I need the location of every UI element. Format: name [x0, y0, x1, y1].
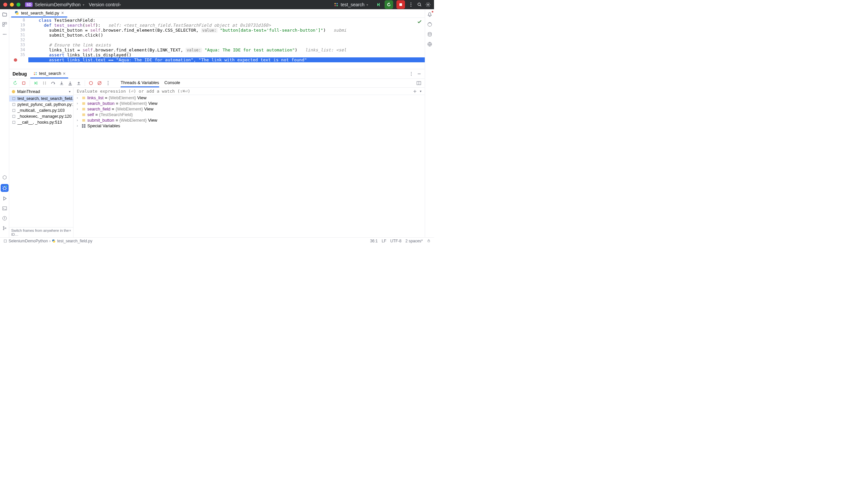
structure-tool-icon[interactable] — [1, 21, 8, 28]
run-configuration-selector[interactable]: test_search ▾ — [334, 2, 373, 7]
gear-icon[interactable] — [426, 2, 431, 7]
variable-row[interactable]: ›Special Variables — [73, 123, 425, 128]
svg-rect-54 — [82, 119, 85, 120]
close-icon[interactable]: × — [69, 229, 71, 236]
python-file-icon — [14, 10, 19, 15]
svg-point-17 — [6, 185, 7, 187]
code-editor[interactable]: 8 19 30 31 32 33 34 35 class TestSearchF… — [9, 18, 425, 69]
variable-row[interactable]: ›submit_button = {WebElement} View — [73, 117, 425, 123]
minimize-window-button[interactable] — [10, 3, 14, 7]
python-file-icon — [52, 239, 56, 243]
layout-icon[interactable] — [416, 81, 422, 86]
project-name[interactable]: SeleniumDemoPython — [35, 2, 81, 7]
web-icon[interactable] — [427, 41, 433, 48]
debug-title: Debug — [12, 71, 27, 77]
pause-icon[interactable] — [42, 81, 47, 86]
step-over-icon[interactable] — [51, 81, 56, 86]
code-area[interactable]: class TestSearchField: def test_search(s… — [28, 18, 425, 62]
thread-selector[interactable]: MainThread ▾ — [9, 88, 73, 96]
debug-tool-icon[interactable] — [1, 184, 8, 192]
cursor-position[interactable]: 36:1 — [370, 239, 378, 243]
close-window-button[interactable] — [3, 3, 7, 7]
svg-point-1 — [337, 3, 338, 4]
svg-rect-46 — [82, 103, 85, 104]
svg-point-34 — [108, 83, 108, 83]
svg-point-26 — [35, 74, 37, 75]
ai-assistant-icon[interactable] — [427, 21, 433, 28]
minimize-icon[interactable] — [417, 71, 422, 76]
thread-status-icon — [12, 90, 15, 93]
evaluate-expression-input[interactable] — [77, 89, 412, 94]
threads-variables-tab[interactable]: Threads & Variables — [121, 79, 159, 87]
debug-session-tab[interactable]: test_search × — [30, 69, 68, 79]
version-control-menu[interactable]: Version control — [89, 2, 120, 7]
view-breakpoints-icon[interactable] — [88, 81, 94, 86]
breadcrumb[interactable]: SeleniumDemoPython › test_search_field.p… — [3, 239, 92, 243]
svg-point-24 — [35, 72, 37, 73]
stack-frame[interactable]: _hookexec, _manager.py:120 — [9, 113, 73, 119]
variables-panel: ▾ ›links_list = {WebElement} View›search… — [73, 88, 425, 237]
add-watch-icon[interactable] — [412, 89, 417, 94]
hexagon-tool-icon[interactable] — [1, 174, 8, 181]
notifications-icon[interactable] — [427, 11, 433, 18]
line-separator[interactable]: LF — [382, 239, 386, 243]
svg-point-21 — [3, 229, 4, 230]
encoding[interactable]: UTF-8 — [390, 239, 401, 243]
svg-point-3 — [337, 5, 338, 6]
svg-point-31 — [89, 81, 93, 85]
mute-breakpoints-icon[interactable] — [97, 81, 102, 86]
chevron-down-icon[interactable]: ▾ — [420, 89, 422, 93]
variable-row[interactable]: self = {TestSearchField} — [73, 112, 425, 117]
stack-frame[interactable]: test_search, test_search_field.py:3 — [9, 96, 73, 102]
svg-point-33 — [108, 81, 108, 82]
console-tab[interactable]: Console — [164, 79, 180, 87]
run-tool-icon[interactable] — [1, 195, 8, 202]
run-debug-icon[interactable] — [376, 2, 381, 7]
stack-frame[interactable]: _multicall, _callers.py:103 — [9, 108, 73, 113]
svg-point-20 — [3, 227, 4, 228]
more-tool-icon[interactable] — [1, 31, 8, 37]
chevron-down-icon[interactable]: ▾ — [83, 3, 84, 7]
svg-rect-48 — [82, 108, 85, 109]
variable-row[interactable]: ›links_list = {WebElement} View — [73, 95, 425, 101]
svg-point-27 — [411, 72, 411, 73]
problems-tool-icon[interactable] — [1, 215, 8, 222]
indent[interactable]: 2 spaces* — [405, 239, 423, 243]
editor-tab[interactable]: test_search_field.py × — [11, 9, 67, 18]
stack-frame[interactable]: __call__, _hooks.py:513 — [9, 119, 73, 125]
chevron-down-icon[interactable]: ▾ — [119, 3, 121, 7]
step-into-my-icon[interactable] — [67, 81, 73, 86]
run-config-label: test_search — [341, 2, 365, 7]
stack-frame[interactable]: pytest_pyfunc_call, python.py:159 — [9, 102, 73, 108]
variable-row[interactable]: ›search_field = {WebElement} View — [73, 106, 425, 112]
step-into-icon[interactable] — [59, 81, 64, 86]
more-icon[interactable] — [105, 81, 111, 86]
more-icon[interactable] — [408, 2, 413, 7]
terminal-tool-icon[interactable] — [1, 205, 8, 212]
stop-button[interactable] — [397, 0, 405, 9]
resume-icon[interactable] — [33, 81, 38, 86]
variable-row[interactable]: ›search_button = {WebElement} View — [73, 101, 425, 106]
left-toolbar — [0, 9, 9, 237]
lock-icon[interactable] — [427, 239, 431, 243]
search-icon[interactable] — [417, 2, 422, 7]
gutter[interactable]: 8 19 30 31 32 33 34 35 — [9, 18, 28, 62]
svg-point-8 — [418, 3, 421, 6]
svg-point-15 — [5, 34, 6, 35]
close-tab-icon[interactable]: × — [61, 10, 64, 16]
stop-icon[interactable] — [21, 81, 26, 86]
rerun-icon[interactable] — [12, 81, 18, 86]
database-icon[interactable] — [427, 31, 433, 37]
window-controls — [3, 3, 21, 7]
maximize-window-button[interactable] — [17, 3, 21, 7]
debug-panel: Debug test_search × — [9, 69, 425, 237]
close-tab-icon[interactable]: × — [63, 71, 66, 76]
more-icon[interactable] — [409, 71, 413, 76]
rerun-button[interactable] — [384, 0, 393, 9]
breakpoint-icon[interactable] — [14, 58, 17, 62]
project-tool-icon[interactable] — [1, 11, 8, 18]
svg-rect-47 — [82, 104, 85, 105]
svg-rect-11 — [5, 22, 7, 24]
git-tool-icon[interactable] — [1, 225, 8, 231]
step-out-icon[interactable] — [76, 81, 82, 86]
